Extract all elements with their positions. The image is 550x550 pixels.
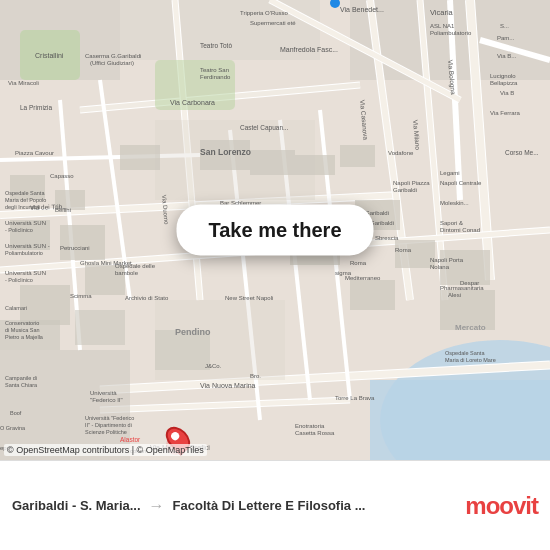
svg-text:Tripperia O'Russo: Tripperia O'Russo — [240, 10, 289, 16]
svg-text:Pam...: Pam... — [497, 35, 515, 41]
route-info: Garibaldi - S. Maria... → Facoltà Di Let… — [12, 497, 465, 515]
svg-text:Maria del Popolo: Maria del Popolo — [5, 197, 46, 203]
svg-rect-53 — [340, 145, 375, 167]
svg-rect-51 — [250, 150, 295, 175]
svg-text:Roma: Roma — [395, 247, 412, 253]
svg-text:Dintorni Conad: Dintorni Conad — [440, 227, 480, 233]
svg-text:Mercato: Mercato — [455, 323, 486, 332]
svg-text:Via B...: Via B... — [497, 53, 517, 59]
svg-text:J&Co.: J&Co. — [205, 363, 222, 369]
svg-rect-52 — [295, 155, 335, 175]
svg-text:Porto: Porto — [100, 459, 115, 460]
svg-text:Ferdinando: Ferdinando — [200, 74, 231, 80]
svg-text:Vicaria: Vicaria — [430, 8, 454, 17]
route-from: Garibaldi - S. Maria... — [12, 498, 141, 513]
svg-text:Napoli Porta: Napoli Porta — [430, 257, 464, 263]
svg-text:Napoli Piazza: Napoli Piazza — [393, 180, 430, 186]
arrow-icon: → — [149, 497, 165, 515]
svg-text:Scimma: Scimma — [70, 293, 92, 299]
svg-text:Pietro a Majella: Pietro a Majella — [5, 334, 44, 340]
svg-text:Via B: Via B — [500, 90, 514, 96]
svg-text:- Policlinico: - Policlinico — [5, 277, 33, 283]
svg-text:Conservatorio: Conservatorio — [5, 320, 39, 326]
svg-text:S...: S... — [500, 23, 509, 29]
svg-text:Boof: Boof — [10, 410, 22, 416]
svg-text:Cristallini: Cristallini — [35, 52, 64, 59]
svg-text:Ospedale Santa: Ospedale Santa — [445, 350, 485, 356]
svg-rect-45 — [395, 240, 435, 268]
svg-text:Via Ferrara: Via Ferrara — [490, 110, 521, 116]
svg-text:New Street Napoli: New Street Napoli — [225, 295, 273, 301]
svg-text:Calamari: Calamari — [5, 305, 27, 311]
svg-text:Poliambulatorio: Poliambulatorio — [5, 250, 43, 256]
svg-text:Via Nuova Marina: Via Nuova Marina — [200, 382, 256, 389]
svg-text:Torre La Brava: Torre La Brava — [335, 395, 375, 401]
svg-text:II" - Dipartimento di: II" - Dipartimento di — [85, 422, 132, 428]
svg-text:Piazza Cavour: Piazza Cavour — [15, 150, 54, 156]
svg-text:(Uffici Giudiziari): (Uffici Giudiziari) — [90, 60, 134, 66]
svg-text:Garibaldi: Garibaldi — [370, 220, 394, 226]
moovit-logo: moovit — [465, 492, 538, 520]
svg-text:Università SUN -: Università SUN - — [5, 243, 50, 249]
svg-text:- Policlinico: - Policlinico — [5, 227, 33, 233]
svg-text:Scienze Politiche: Scienze Politiche — [85, 429, 127, 435]
svg-text:Alesi: Alesi — [448, 292, 461, 298]
map-container: Cristallini Via Miracoli La Primizia Via… — [0, 0, 550, 460]
svg-rect-55 — [75, 310, 125, 345]
svg-text:Università "Federico: Università "Federico — [85, 415, 134, 421]
svg-text:Università: Università — [90, 390, 117, 396]
svg-text:ASL NA1: ASL NA1 — [430, 23, 455, 29]
svg-text:Bellapizza: Bellapizza — [490, 80, 518, 86]
svg-text:Vodafone: Vodafone — [388, 150, 414, 156]
svg-text:Via dei Trib...: Via dei Trib... — [30, 203, 68, 211]
svg-text:Alastor: Alastor — [120, 436, 141, 443]
svg-text:di Musica San: di Musica San — [5, 327, 40, 333]
svg-text:Poliambulatorio: Poliambulatorio — [430, 30, 472, 36]
bottom-bar: Garibaldi - S. Maria... → Facoltà Di Let… — [0, 460, 550, 550]
svg-text:"Federico II": "Federico II" — [90, 397, 123, 403]
svg-text:Caserma G.Garibaldi: Caserma G.Garibaldi — [85, 53, 141, 59]
svg-text:Garibaldi: Garibaldi — [393, 187, 417, 193]
svg-text:Ospedale delle: Ospedale delle — [115, 263, 156, 269]
svg-text:Legami: Legami — [440, 170, 460, 176]
svg-text:Capasso: Capasso — [50, 173, 74, 179]
moovit-text: moovit — [465, 492, 538, 520]
svg-rect-5 — [370, 380, 550, 460]
svg-text:Ospedale Santa: Ospedale Santa — [5, 190, 45, 196]
svg-text:La Primizia: La Primizia — [20, 104, 53, 111]
svg-text:Napoli Centrale: Napoli Centrale — [440, 180, 482, 186]
svg-text:Roma: Roma — [350, 260, 367, 266]
svg-text:O Gravina: O Gravina — [0, 425, 26, 431]
svg-text:Lucignolo: Lucignolo — [490, 73, 516, 79]
svg-text:Via Carbonara: Via Carbonara — [170, 99, 215, 106]
svg-rect-40 — [60, 225, 105, 260]
svg-text:Teatro Totò: Teatro Totò — [200, 42, 232, 49]
svg-text:Sbrescia: Sbrescia — [375, 235, 399, 241]
svg-text:Bro.: Bro. — [250, 373, 261, 379]
svg-text:Via Miracoli: Via Miracoli — [8, 80, 39, 86]
svg-text:Petrucciani: Petrucciani — [60, 245, 90, 251]
svg-text:Nolana: Nolana — [430, 264, 450, 270]
svg-text:Teatro San: Teatro San — [200, 67, 229, 73]
svg-text:Supermercati eté: Supermercati eté — [250, 20, 296, 26]
svg-text:Pharmasanitaria: Pharmasanitaria — [440, 285, 484, 291]
svg-text:San Lorenzo: San Lorenzo — [200, 147, 251, 157]
svg-rect-48 — [350, 280, 395, 310]
map-credit: © OpenStreetMap contributors | © OpenMap… — [4, 444, 207, 456]
svg-text:Moleskin...: Moleskin... — [440, 200, 469, 206]
svg-text:Università SUN: Università SUN — [5, 270, 46, 276]
svg-text:Corso Me...: Corso Me... — [505, 149, 539, 156]
take-me-there-button[interactable]: Take me there — [176, 205, 373, 256]
svg-text:Enotratoria: Enotratoria — [295, 423, 325, 429]
svg-text:Sapori &: Sapori & — [440, 220, 463, 226]
svg-rect-49 — [120, 145, 160, 170]
svg-text:Casetta Rossa: Casetta Rossa — [295, 430, 335, 436]
svg-text:Via Benedet...: Via Benedet... — [340, 6, 384, 13]
svg-text:Maria di Loreto Mare: Maria di Loreto Mare — [445, 357, 496, 363]
svg-text:Manfredola Fasc...: Manfredola Fasc... — [280, 46, 338, 53]
svg-text:Pendino: Pendino — [175, 327, 211, 337]
svg-rect-41 — [20, 285, 70, 325]
svg-text:Santa Chiara: Santa Chiara — [5, 382, 38, 388]
svg-text:Castel Capuan...: Castel Capuan... — [240, 124, 289, 132]
svg-text:Archivio di Stato: Archivio di Stato — [125, 295, 169, 301]
